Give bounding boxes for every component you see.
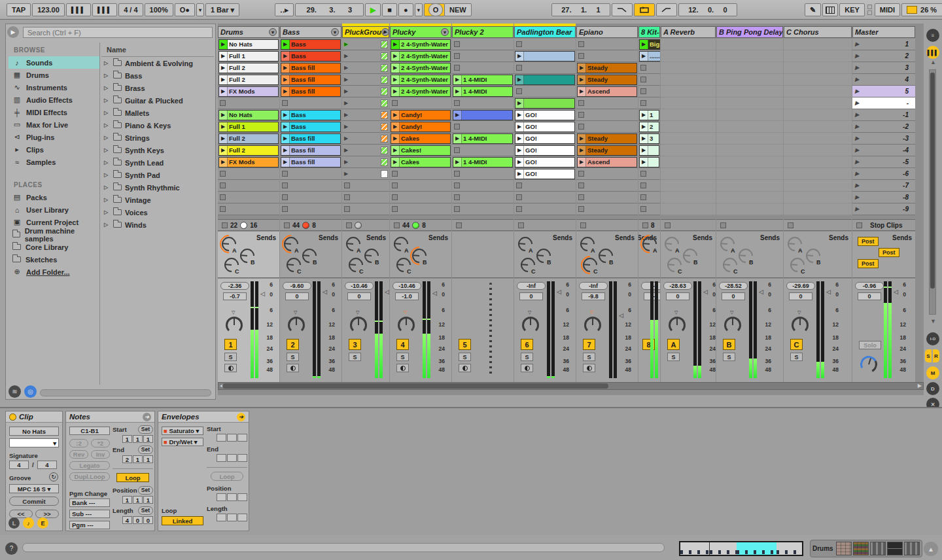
scene-launch-icon[interactable]: ▶: [852, 147, 862, 153]
peak-level-field[interactable]: -29.69: [786, 282, 815, 290]
drum-rack-thumbnail[interactable]: [836, 542, 852, 555]
scene-slot[interactable]: ▶-: [852, 97, 915, 109]
loop-button[interactable]: [634, 3, 655, 16]
peak-level-field[interactable]: -2.36: [220, 282, 249, 290]
browser-folder-row[interactable]: ▷Synth Keys: [101, 144, 214, 156]
env-position-sixteenth[interactable]: [237, 493, 247, 501]
track-header[interactable]: Padlington Bear: [514, 26, 576, 38]
peak-level-field[interactable]: -Inf: [517, 282, 546, 290]
clip-slot[interactable]: [452, 121, 514, 133]
clip-slot[interactable]: ▶: [342, 168, 389, 180]
pan-knob[interactable]: [669, 317, 686, 334]
group-slot-play-icon[interactable]: ▶: [342, 65, 350, 71]
browser-folder-row[interactable]: ▷Bass: [101, 69, 214, 82]
clip[interactable]: ▶2 4-Synth-Water: [391, 75, 451, 85]
scene-slot[interactable]: ▶-2: [852, 121, 915, 133]
clip-slot[interactable]: ▶GO!: [514, 168, 576, 180]
scene-launch-icon[interactable]: ▶: [852, 53, 862, 59]
clip[interactable]: ▶Steady: [577, 63, 637, 73]
track-activator[interactable]: C: [790, 339, 803, 350]
clip-stop-button[interactable]: [454, 41, 460, 47]
clip-stop-button[interactable]: [516, 41, 522, 47]
clip-slot[interactable]: [514, 203, 576, 215]
clip-stop-button[interactable]: [516, 88, 522, 94]
peak-level-field[interactable]: -10.46: [392, 282, 421, 290]
clip-slot[interactable]: [452, 50, 514, 62]
clip-play-icon[interactable]: ▶: [391, 146, 400, 155]
clip[interactable]: ▶GO!: [515, 145, 575, 156]
clip-play-icon[interactable]: ▶: [391, 52, 400, 61]
clip-slot[interactable]: [576, 192, 638, 203]
volume-fader-handle[interactable]: ◁: [826, 289, 831, 295]
sub-bank-select[interactable]: Sub ---: [69, 510, 110, 518]
clip-play-icon[interactable]: ▶: [219, 87, 228, 96]
clip-slot[interactable]: [784, 86, 852, 97]
clip-slot[interactable]: ▶2 4-Synth-Water: [390, 50, 451, 62]
clip-slot[interactable]: ▶: [342, 74, 389, 86]
stop-all-clips-button[interactable]: [394, 222, 400, 228]
punch-out-button[interactable]: [656, 3, 677, 16]
scene-slot[interactable]: ▶2: [852, 50, 915, 62]
clip-stop-button[interactable]: [578, 183, 584, 188]
clip[interactable]: ▶: [515, 98, 575, 109]
clip[interactable]: ▶Bass: [281, 51, 341, 61]
clip-slot[interactable]: [661, 168, 716, 180]
clip-slot[interactable]: ▶Steady: [576, 74, 638, 86]
clip-slot[interactable]: [716, 180, 783, 192]
clip-play-icon[interactable]: ▶: [281, 111, 290, 120]
clip-play-icon[interactable]: ▶: [578, 158, 586, 167]
scene-slot[interactable]: ▶-5: [852, 156, 915, 168]
clip-slot[interactable]: ▶Ascend: [576, 156, 638, 168]
group-slot-play-icon[interactable]: ▶: [342, 124, 350, 130]
clip-slot[interactable]: [280, 180, 341, 192]
scene-launch-icon[interactable]: ▶: [852, 112, 862, 118]
metronome-button[interactable]: O●: [175, 3, 195, 16]
clip-slot[interactable]: [390, 192, 451, 203]
mixer-view-toggle[interactable]: ▌▌▌: [926, 46, 939, 59]
clip-play-icon[interactable]: ▶: [391, 158, 400, 167]
solo-button[interactable]: S: [459, 353, 471, 361]
clip-slot[interactable]: [716, 62, 783, 74]
peak-level-field[interactable]: -28.52: [719, 282, 748, 290]
name-column-header[interactable]: Name: [101, 43, 214, 57]
scene-slot[interactable]: ▶-1: [852, 109, 915, 121]
clip-slot[interactable]: [661, 121, 716, 133]
clip-play-icon[interactable]: ▶: [219, 63, 228, 73]
group-slot-play-icon[interactable]: ▶: [342, 53, 350, 59]
clip-slot[interactable]: ▶1 4-MIDI: [452, 86, 514, 97]
volume-fader-handle[interactable]: ◁: [557, 289, 561, 295]
clip-play-icon[interactable]: ▶: [453, 75, 462, 84]
time-signature-field[interactable]: 4 / 4: [118, 3, 143, 16]
clip-slot[interactable]: [661, 203, 716, 215]
device-thumbnail[interactable]: [870, 542, 886, 555]
browser-folder-row[interactable]: ▷Brass: [101, 82, 214, 94]
track-activator[interactable]: 4: [396, 339, 409, 350]
clip-slot[interactable]: [716, 156, 783, 168]
clip-slot[interactable]: ▶GO!: [514, 121, 576, 133]
clip-slot[interactable]: ▶: [342, 50, 389, 62]
clip[interactable]: ▶2 4-Synth-Water: [391, 39, 451, 50]
clip-play-icon[interactable]: ▶: [515, 111, 524, 120]
track-header[interactable]: B Ping Pong Delay: [716, 26, 783, 38]
peak-level-field[interactable]: -10.46: [345, 282, 374, 290]
start-sixteenth[interactable]: 1: [143, 435, 153, 443]
bank-select[interactable]: Bank ---: [69, 499, 110, 507]
places-item-packs[interactable]: ▤Packs: [9, 191, 99, 203]
scene-launch-icon[interactable]: ▶: [852, 135, 862, 141]
clip[interactable]: ▶Bass fill: [281, 86, 341, 97]
clip-slot[interactable]: [716, 192, 783, 203]
clip-slot[interactable]: ▶......: [638, 50, 660, 62]
clip-slot[interactable]: ▶GO!: [514, 145, 576, 156]
clip-stop-button[interactable]: [392, 183, 398, 188]
clip-stop-button[interactable]: [516, 65, 522, 71]
computer-midi-keyboard-button[interactable]: [822, 3, 838, 16]
volume-field[interactable]: 0: [285, 292, 309, 300]
clip-slot[interactable]: [638, 74, 660, 86]
pan-knob[interactable]: [522, 317, 539, 334]
clip-play-icon[interactable]: ▶: [640, 146, 648, 155]
clip-slot[interactable]: [576, 39, 638, 50]
clip-stop-button[interactable]: [578, 171, 584, 177]
cue-volume-knob[interactable]: [858, 354, 880, 376]
clip-play-icon[interactable]: ▶: [453, 87, 462, 96]
clip-slot[interactable]: [716, 97, 783, 109]
